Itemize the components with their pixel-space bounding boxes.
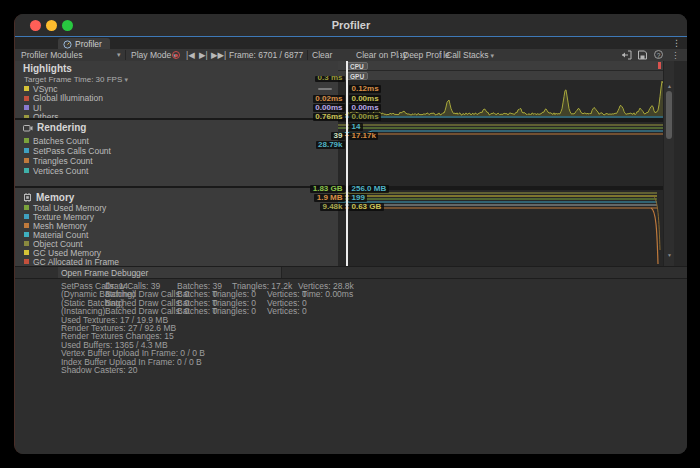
stats-value: Triangles: 0 [212,306,256,316]
legend-label: Triangles Count [33,156,332,166]
call-stacks-dropdown[interactable]: Call Stacks▾ [446,49,494,61]
highlights-chart[interactable] [338,80,663,119]
legend-swatch [24,138,29,143]
highlights-header: Highlights [23,63,72,74]
stats-value: Shadow Casters: 20 [61,365,138,375]
load-profile-icon[interactable] [621,50,632,60]
legend-item[interactable]: GC Allocated In Frame [24,257,332,266]
clear-button[interactable]: Clear [312,49,332,61]
memory-chart[interactable] [338,188,663,268]
save-profile-icon[interactable] [637,50,648,60]
legend-swatch [24,241,29,246]
frame-value-chip: 17.17k [349,132,378,140]
legend-item[interactable]: VSync [24,84,332,93]
legend-item[interactable]: Triangles Count [24,156,332,165]
legend-swatch [24,259,29,264]
frame-value-chip: 1.9 MB [314,194,345,202]
memory-header: Memory [23,192,74,203]
gpu-track-label: GPU [346,72,368,80]
selected-frame-line[interactable] [346,61,348,266]
toolbar-separator [307,50,308,60]
frame-value-chip: 0.02ms [313,95,345,103]
chip-icon [23,193,32,202]
stats-value: Vertices: 0 [267,306,307,316]
current-frame-button[interactable]: ▶▶| [211,49,226,61]
legend-swatch [24,148,29,153]
profiler-modules-dropdown[interactable]: Profiler Modules▾ [21,49,82,61]
chevron-down-icon: ▾ [491,52,495,59]
record-button[interactable] [172,51,180,59]
legend-bar-toggle[interactable] [318,88,332,90]
legend-label: SetPass Calls Count [33,146,332,156]
legend-swatch [24,96,29,101]
frame-value-chip: 1.83 GB [310,185,345,193]
rendering-header: Rendering [23,122,86,133]
legend-label: Vertices Count [33,166,332,176]
legend-label: Batches Count [33,136,332,146]
toolbar-kebab-icon[interactable]: ⋮ [671,49,680,61]
chart-area[interactable]: CPU GPU [338,61,687,266]
profiler-window: Profiler Profiler ⋮ Profiler Modules▾ Pl… [14,14,687,454]
camera-icon [23,124,33,132]
legend-swatch [24,214,29,219]
chevron-down-icon: ▾ [117,49,121,61]
cpu-track-label: CPU [346,62,368,70]
legend-swatch [24,232,29,237]
prev-frame-button[interactable]: |◀ [186,49,195,61]
legend-swatch [24,205,29,210]
legend-item[interactable]: Global Illumination [24,94,332,103]
legend-item[interactable]: Others [24,113,332,122]
legend-label: UI [33,103,314,113]
frame-value-chip: 0.00ms [313,104,345,112]
gauge-icon [63,40,72,49]
legend-swatch [24,168,29,173]
gpu-track[interactable]: GPU [338,71,663,80]
frame-value-chip: 0.63 GB [349,203,384,211]
legend-label: GC Allocated In Frame [33,257,332,267]
rendering-stats-panel: SetPass Calls: 14Draw Calls: 39Batches: … [15,278,687,454]
frame-value-chip: 39 [331,132,345,140]
titlebar[interactable]: Profiler [15,14,687,36]
legend-item[interactable]: Batches Count [24,136,332,145]
cpu-spike-marker [658,62,661,69]
tab-strip: Profiler ⋮ [15,36,687,50]
legend-item[interactable]: SetPass Calls Count [24,146,332,155]
toolbar-separator [442,50,443,60]
chart-right-gutter [674,61,687,266]
frame-counter: Frame: 6701 / 6877 [229,49,303,61]
next-frame-button[interactable]: ▶| [199,49,208,61]
frame-value-chip: 0.00ms [349,104,381,112]
rendering-chart[interactable] [338,120,663,188]
tab-label: Profiler [75,39,102,49]
legend-swatch [24,86,29,91]
frame-value-chip: 0.3 ms [315,76,345,82]
frame-value-chip: 28.79k [316,141,345,149]
frame-value-chip: 14 [349,123,363,131]
frame-value-chip: 9.48k [320,203,345,211]
cpu-track[interactable]: CPU [338,61,663,70]
legend-swatch [24,158,29,163]
window-title: Profiler [15,14,687,36]
legend-swatch [24,105,29,110]
frame-value-chip: 0.76ms [313,113,345,121]
toolbar-separator [125,50,126,60]
frame-value-chip: 199 [349,194,367,202]
legend-label: Others [33,112,314,122]
play-mode-dropdown[interactable]: Play Mode▾ [131,49,177,61]
frame-value-chip: 256.0 MB [349,185,389,193]
modules-panel: Highlights Target Frame Time: 30 FPS ▾ V… [15,61,338,266]
frame-value-chip: 0.00ms [349,113,381,121]
legend-swatch [24,250,29,255]
scrollbar-thumb[interactable] [666,91,672,139]
toolbar-separator [399,50,400,60]
legend-item[interactable]: UI [24,103,332,112]
legend-label: Global Illumination [33,93,314,103]
legend-swatch [24,223,29,228]
legend-item[interactable]: Vertices Count [24,166,332,175]
frame-value-chip: 0.00ms [349,95,381,103]
help-icon[interactable]: ? [654,50,663,59]
frame-value-chip: 0.12ms [349,85,381,93]
stats-value: Time: 0.00ms [302,289,353,299]
legend-label: VSync [33,84,314,94]
